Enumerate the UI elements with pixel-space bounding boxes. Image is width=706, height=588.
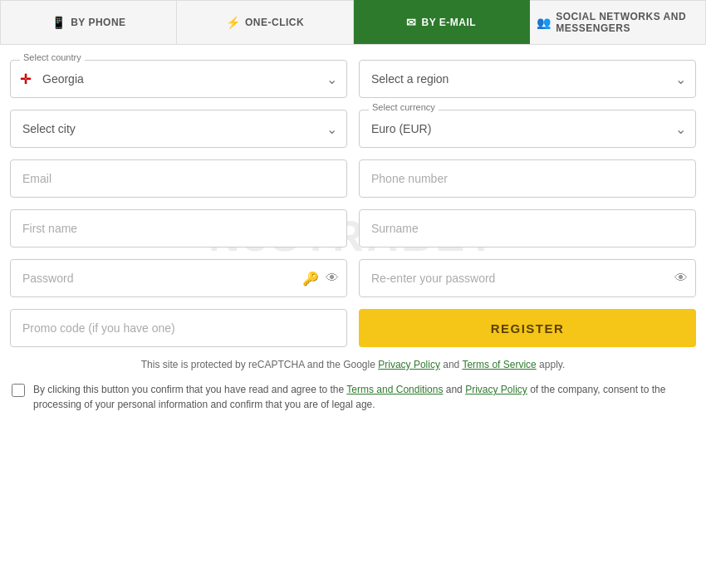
country-select[interactable]: Georgia [10,60,347,98]
terms-checkbox[interactable] [12,384,25,397]
region-field-group: Select a region ⌄ [359,60,696,98]
row-passwords: 🔑 👁 👁 [10,259,696,297]
city-select-wrapper: Select city ⌄ [10,110,347,148]
currency-select[interactable]: Euro (EUR) [359,110,696,148]
firstname-input[interactable] [10,209,347,247]
terms-text: By clicking this button you confirm that… [33,382,694,412]
reenter-password-icons: 👁 [674,271,688,286]
reenter-field-group: 👁 [359,259,696,297]
city-select[interactable]: Select city [10,110,347,148]
reenter-input-wrapper: 👁 [359,259,696,297]
tabs-bar: 📱 BY PHONE ⚡ ONE-CLICK ✉ BY E-MAIL 👥 SOC… [0,0,706,45]
row-name-surname [10,209,696,247]
recaptcha-terms-link[interactable]: Terms of Service [462,359,536,370]
tab-by-email[interactable]: ✉ BY E-MAIL [354,0,530,44]
key-icon[interactable]: 🔑 [302,271,319,287]
tab-one-click[interactable]: ⚡ ONE-CLICK [177,0,353,44]
recaptcha-privacy-link[interactable]: Privacy Policy [378,359,440,370]
reenter-password-input[interactable] [359,259,696,297]
promo-input[interactable] [10,309,347,347]
social-icon: 👥 [537,16,552,29]
tab-by-phone[interactable]: 📱 BY PHONE [0,0,177,44]
row-country-region: Select country ✛ Georgia ⌄ Select a regi… [10,60,696,98]
password-input[interactable] [10,259,347,297]
email-icon: ✉ [406,16,417,29]
phone-field-group [359,159,696,198]
phone-icon: 📱 [51,16,66,29]
promo-field-group [10,309,347,347]
surname-field-group [359,209,696,247]
terms-checkbox-row: By clicking this button you confirm that… [10,382,696,412]
row-promo-register: REGISTER [10,309,696,347]
country-select-wrapper: ✛ Georgia ⌄ [10,60,347,98]
register-button[interactable]: REGISTER [359,309,696,347]
tab-social-networks[interactable]: 👥 SOCIAL NETWORKS AND MESSENGERS [530,0,706,44]
register-button-wrapper: REGISTER [359,309,696,347]
surname-input[interactable] [359,209,696,247]
city-field-group: Select city ⌄ [10,110,347,148]
password-input-wrapper: 🔑 👁 [10,259,347,297]
country-field-group: Select country ✛ Georgia ⌄ [10,60,347,98]
recaptcha-notice: This site is protected by reCAPTCHA and … [10,359,696,370]
lightning-icon: ⚡ [226,16,241,29]
row-city-currency: Select city ⌄ Select currency Euro (EUR)… [10,110,696,148]
row-email-phone [10,159,696,198]
reenter-eye-icon[interactable]: 👁 [674,271,688,286]
currency-field-group: Select currency Euro (EUR) ⌄ [359,110,696,148]
password-field-group: 🔑 👁 [10,259,347,297]
privacy-policy-link[interactable]: Privacy Policy [465,384,527,395]
email-input[interactable] [10,159,347,198]
eye-icon[interactable]: 👁 [326,271,339,287]
password-icons: 🔑 👁 [302,271,339,287]
firstname-field-group [10,209,347,247]
region-select-wrapper: Select a region ⌄ [359,60,696,98]
registration-form: N8STRABET Select country ✛ Georgia ⌄ Sel… [0,45,706,427]
currency-select-wrapper: Euro (EUR) ⌄ [359,110,696,148]
terms-conditions-link[interactable]: Terms and Conditions [346,384,443,395]
phone-input[interactable] [359,159,696,198]
email-field-group [10,159,347,198]
region-select[interactable]: Select a region [359,60,696,98]
